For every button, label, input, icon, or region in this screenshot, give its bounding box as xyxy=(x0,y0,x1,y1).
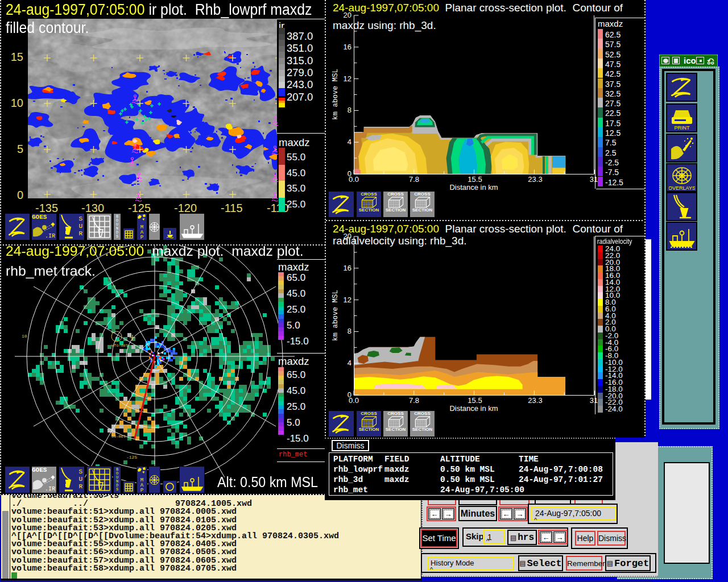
svg-text:4: 4 xyxy=(348,138,351,146)
svg-text:12: 12 xyxy=(344,296,351,304)
svg-text:12: 12 xyxy=(344,74,351,83)
svg-text:16: 16 xyxy=(344,43,351,51)
svg-text:7.8: 7.8 xyxy=(409,396,419,405)
svg-text:31: 31 xyxy=(590,175,598,184)
svg-text:8: 8 xyxy=(348,327,351,335)
svg-text:km above MSL: km above MSL xyxy=(332,69,340,120)
svg-text:wfo-met: wfo-met xyxy=(111,343,128,348)
svg-text:PRINT: PRINT xyxy=(674,125,690,131)
svg-text:23.3: 23.3 xyxy=(528,175,542,184)
svg-text:10: 10 xyxy=(22,334,27,339)
svg-text:8: 8 xyxy=(348,106,351,114)
svg-text:Distance in km: Distance in km xyxy=(449,404,498,413)
svg-text:-125: -125 xyxy=(126,455,137,460)
svg-text:16: 16 xyxy=(344,264,351,272)
svg-text:23.3: 23.3 xyxy=(528,396,542,405)
svg-text:0.0: 0.0 xyxy=(349,175,359,184)
svg-text:km above MSL: km above MSL xyxy=(332,290,340,341)
svg-text:15.5: 15.5 xyxy=(468,396,482,405)
svg-text:Distance in km: Distance in km xyxy=(449,183,498,192)
svg-text:OVERLAYS: OVERLAYS xyxy=(669,185,695,191)
svg-text:7.8: 7.8 xyxy=(409,175,419,184)
svg-text:15.5: 15.5 xyxy=(468,175,482,184)
svg-text:4: 4 xyxy=(348,359,351,367)
svg-text:bo-met: bo-met xyxy=(111,434,126,439)
svg-text:31: 31 xyxy=(590,396,598,405)
svg-text:0.0: 0.0 xyxy=(349,396,359,405)
